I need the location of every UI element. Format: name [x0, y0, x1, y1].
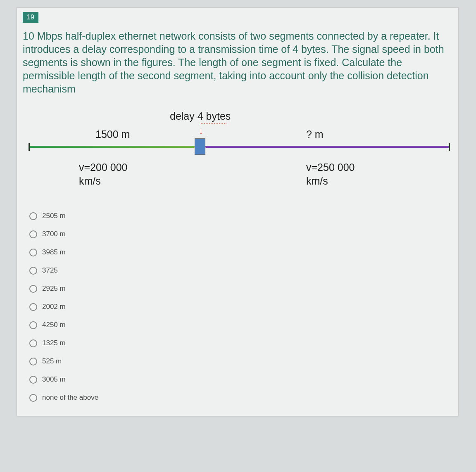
option-label: 2925 m	[42, 285, 66, 293]
option-6[interactable]: 4250 m	[29, 316, 458, 334]
v1-unit: km/s	[79, 174, 127, 188]
radio-icon[interactable]	[29, 285, 37, 293]
segment2-line	[205, 146, 449, 148]
radio-icon[interactable]	[29, 212, 37, 220]
radio-icon[interactable]	[29, 267, 37, 275]
question-number-badge: 19	[23, 12, 38, 23]
option-label: 3985 m	[42, 248, 66, 256]
arrow-down-icon: ↓	[199, 126, 203, 136]
segment2-speed: v=250 000 km/s	[306, 161, 355, 187]
option-label: none of the above	[42, 394, 98, 402]
option-4[interactable]: 2925 m	[29, 280, 458, 298]
option-5[interactable]: 2002 m	[29, 298, 458, 316]
question-header: 19	[17, 8, 458, 25]
v2-unit: km/s	[306, 174, 355, 188]
option-label: 2505 m	[42, 212, 66, 220]
option-7[interactable]: 1325 m	[29, 334, 458, 352]
question-text: 10 Mbps half-duplex ethernet network con…	[17, 25, 458, 103]
v1-value: v=200 000	[79, 161, 127, 174]
option-label: 4250 m	[42, 321, 66, 329]
option-2[interactable]: 3985 m	[29, 243, 458, 261]
option-label: 1325 m	[42, 339, 66, 347]
option-label: 3725	[42, 266, 58, 275]
v2-value: v=250 000	[306, 161, 355, 174]
option-10[interactable]: none of the above	[29, 389, 458, 407]
radio-icon[interactable]	[29, 230, 37, 238]
option-0[interactable]: 2505 m	[29, 207, 458, 225]
delay-label: delay 4 bytes	[170, 110, 231, 122]
network-diagram: delay 4 bytes ↓ 1500 m ? m v=200 000 km/…	[17, 103, 458, 202]
radio-icon[interactable]	[29, 394, 37, 402]
segment1-speed: v=200 000 km/s	[79, 161, 127, 187]
radio-icon[interactable]	[29, 376, 37, 384]
option-label: 3700 m	[42, 230, 66, 238]
radio-icon[interactable]	[29, 321, 37, 329]
option-3[interactable]: 3725	[29, 261, 458, 280]
radio-icon[interactable]	[29, 339, 37, 347]
options-list: 2505 m 3700 m 3985 m 3725 2925 m 2002 m …	[17, 202, 458, 416]
option-label: 3005 m	[42, 375, 66, 384]
option-label: 2002 m	[42, 303, 66, 311]
segment1-line	[29, 146, 195, 148]
segment2-length-label: ? m	[306, 128, 324, 140]
segment1-length-label: 1500 m	[95, 128, 130, 140]
option-8[interactable]: 525 m	[29, 352, 458, 370]
radio-icon[interactable]	[29, 358, 37, 365]
radio-icon[interactable]	[29, 249, 37, 256]
option-label: 525 m	[42, 357, 62, 365]
radio-icon[interactable]	[29, 303, 37, 311]
delay-underline	[201, 123, 226, 124]
option-1[interactable]: 3700 m	[29, 225, 458, 243]
question-card: 19 10 Mbps half-duplex ethernet network …	[17, 7, 459, 416]
option-9[interactable]: 3005 m	[29, 370, 458, 389]
repeater-icon	[195, 138, 205, 155]
